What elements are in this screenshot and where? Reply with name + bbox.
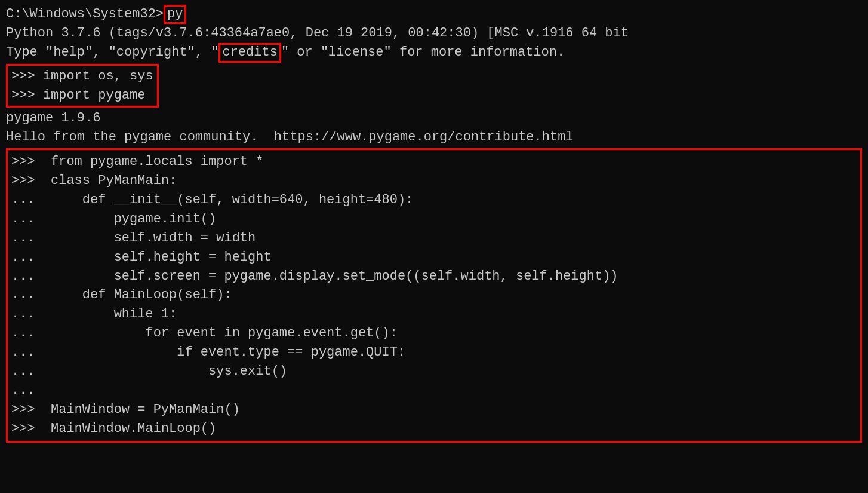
code-line-12: ... (11, 381, 857, 400)
code-line-4: ... self.width = width (11, 229, 857, 248)
python-version-line: Python 3.7.6 (tags/v3.7.6:43364a7ae0, De… (6, 24, 862, 43)
code-line-10: ... if event.type == pygame.QUIT: (11, 343, 857, 362)
code-line-14: >>> MainWindow.MainLoop() (11, 419, 857, 439)
main-code-block: >>> from pygame.locals import * >>> clas… (6, 148, 862, 442)
type-help-prefix: Type "help", "copyright", " (6, 45, 218, 60)
command-py: py (164, 5, 186, 24)
line-prompt: C:\Windows\System32>py (6, 5, 862, 24)
type-help-suffix: " or "license" for more information. (281, 45, 565, 60)
code-line-11: ... sys.exit() (11, 362, 857, 381)
import-block: >>> import os, sys >>> import pygame (6, 64, 159, 108)
code-line-6: ... self.screen = pygame.display.set_mod… (11, 267, 857, 286)
import-pygame: >>> import pygame (11, 86, 153, 105)
import-os-sys: >>> import os, sys (11, 67, 153, 86)
type-help-line: Type "help", "copyright", "credits" or "… (6, 43, 862, 62)
code-line-7: ... def MainLoop(self): (11, 286, 857, 305)
pygame-hello: Hello from the pygame community. https:/… (6, 128, 862, 147)
code-line-8: ... while 1: (11, 305, 857, 324)
code-line-1: >>> class PyManMain: (11, 172, 857, 191)
terminal-window: C:\Windows\System32>py Python 3.7.6 (tag… (6, 5, 862, 488)
code-line-13: >>> MainWindow = PyManMain() (11, 400, 857, 419)
code-line-2: ... def __init__(self, width=640, height… (11, 191, 857, 210)
code-line-5: ... self.height = height (11, 248, 857, 267)
code-line-3: ... pygame.init() (11, 210, 857, 229)
prompt-path: C:\Windows\System32> (6, 7, 164, 22)
code-line-9: ... for event in pygame.event.get(): (11, 324, 857, 343)
pygame-version: pygame 1.9.6 (6, 109, 862, 128)
credits-word: credits (218, 43, 281, 62)
code-line-0: >>> from pygame.locals import * (11, 152, 857, 172)
